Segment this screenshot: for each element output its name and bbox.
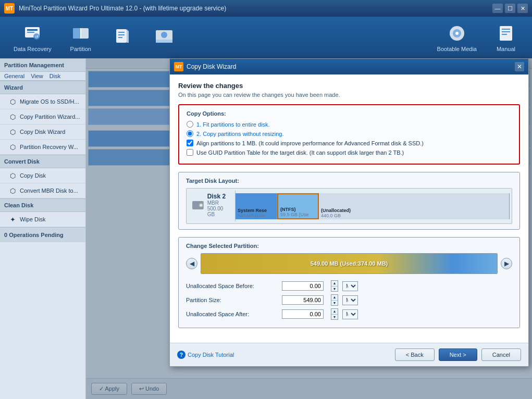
toolbar-migrate[interactable] xyxy=(143,23,185,52)
toolbar-manual-label: Manual xyxy=(497,46,515,52)
sidebar-item-partition-recovery[interactable]: ⬡ Partition Recovery W... xyxy=(0,140,85,155)
close-button[interactable]: ✕ xyxy=(517,4,528,13)
unalloc-after-up[interactable]: ▲ xyxy=(331,309,338,315)
radio-fit-partitions-input[interactable] xyxy=(187,121,193,128)
migrate-icon xyxy=(154,26,175,47)
partition-unalloc-label: (Unallocated) xyxy=(321,208,351,213)
main-toolbar: ↺ Data Recovery Partition xyxy=(0,17,532,58)
radio-copy-no-resize-input[interactable] xyxy=(187,130,193,137)
unalloc-before-down[interactable]: ▼ xyxy=(331,286,338,292)
unalloc-before-unit[interactable]: MBGB xyxy=(342,281,358,291)
partition-size-unit[interactable]: MBGB xyxy=(342,295,358,305)
target-disk-box: Target Disk Layout: xyxy=(178,172,520,230)
svg-rect-14 xyxy=(156,40,172,43)
wipe-disk-icon: ✦ xyxy=(8,215,17,223)
sidebar-item-copy-disk-2[interactable]: ⬡ Copy Disk xyxy=(0,168,85,183)
partition-system-label: System Rese xyxy=(238,208,267,213)
sidebar-clean-disk-header: Clean Disk xyxy=(0,198,85,212)
unalloc-after-down[interactable]: ▼ xyxy=(331,315,338,320)
sidebar-wizard-header: Wizard xyxy=(0,81,85,94)
manual-icon xyxy=(496,23,516,44)
radio-fit-partitions: 1. Fit partitions to entire disk. xyxy=(187,121,512,128)
unalloc-after-input[interactable] xyxy=(282,309,324,319)
slider-right-arrow[interactable]: ▶ xyxy=(501,258,512,269)
sidebar-item-copy-partition[interactable]: ⬡ Copy Partition Wizard... xyxy=(0,109,85,124)
data-recovery-icon: ↺ xyxy=(22,23,43,44)
partition-size-input[interactable] xyxy=(282,295,324,305)
change-partition-legend: Change Selected Partition: xyxy=(186,243,512,249)
bootable-media-icon xyxy=(447,23,467,44)
migrate-os-icon: ⬡ xyxy=(8,97,17,106)
checkbox-align-1mb-input[interactable] xyxy=(187,140,193,146)
cancel-button[interactable]: Cancel xyxy=(481,348,521,361)
partition-size-down[interactable]: ▼ xyxy=(331,301,338,306)
svg-rect-8 xyxy=(116,29,127,43)
disk-drive-icon xyxy=(192,200,204,210)
partition-icon xyxy=(70,23,91,44)
app-title: MiniTool Partition Wizard Pro Ultimate 1… xyxy=(19,5,492,12)
partition-block-unalloc[interactable]: (Unallocated) 440.0 GB xyxy=(319,193,510,219)
unalloc-before-input[interactable] xyxy=(282,281,324,291)
sidebar-partition-management-header: Partition Management xyxy=(0,58,85,72)
dialog-body: Review the changes On this page you can … xyxy=(170,74,528,343)
slider-left-arrow[interactable]: ◀ xyxy=(186,258,197,269)
sidebar: Partition Management General View Disk W… xyxy=(0,58,86,399)
svg-marker-9 xyxy=(127,29,129,43)
help-icon: ? xyxy=(177,351,185,359)
disk-partitions: System Rese 549 MB (Use (NTFS) 59.5 GB (… xyxy=(236,193,510,219)
radio-fit-partitions-label[interactable]: 1. Fit partitions to entire disk. xyxy=(196,121,270,128)
unalloc-before-up[interactable]: ▲ xyxy=(331,281,338,286)
partition-bar[interactable]: 549.00 MB (Used:374.00 MB) xyxy=(201,253,498,274)
sidebar-subnav-view[interactable]: View xyxy=(31,73,43,79)
toolbar-format[interactable] xyxy=(102,23,143,52)
svg-rect-2 xyxy=(27,32,34,33)
maximize-button[interactable]: ☐ xyxy=(505,4,515,13)
unalloc-before-label: Unallocated Space Before: xyxy=(186,283,280,289)
sidebar-item-copy-disk[interactable]: ⬡ Copy Disk Wizard xyxy=(0,124,85,140)
toolbar-partition[interactable]: Partition xyxy=(60,20,102,55)
sidebar-item-migrate-os-label: Migrate OS to SSD/H... xyxy=(20,98,79,105)
toolbar-data-recovery-label: Data Recovery xyxy=(14,46,52,52)
toolbar-bootable-media[interactable]: Bootable Media xyxy=(429,20,485,55)
back-button[interactable]: < Back xyxy=(395,348,435,361)
svg-point-25 xyxy=(200,204,202,206)
unalloc-after-unit[interactable]: MBGB xyxy=(342,309,358,319)
help-link-label: Copy Disk Tutorial xyxy=(188,352,234,358)
sidebar-subnav-general[interactable]: General xyxy=(4,73,24,79)
dialog-overlay: MT Copy Disk Wizard ✕ Review the changes… xyxy=(86,58,532,399)
partition-block-ntfs[interactable]: (NTFS) 59.5 GB (Use xyxy=(277,193,319,219)
checkbox-use-guid-input[interactable] xyxy=(187,149,193,156)
svg-rect-1 xyxy=(27,29,38,31)
sidebar-item-wipe-disk[interactable]: ✦ Wipe Disk xyxy=(0,212,85,227)
titlebar: MT MiniTool Partition Wizard Pro Ultimat… xyxy=(0,0,532,17)
checkbox-align-1mb-label: Align partitions to 1 MB. (It could impr… xyxy=(196,140,424,146)
partition-ntfs-size: 59.5 GB (Use xyxy=(280,212,309,217)
sidebar-subnav-disk[interactable]: Disk xyxy=(50,73,60,79)
window-controls: — ☐ ✕ xyxy=(492,4,528,13)
partition-system-size: 549 MB (Use xyxy=(238,213,265,218)
operations-pending-label: 0 Operations Pending xyxy=(4,232,64,238)
target-disk-legend: Target Disk Layout: xyxy=(186,178,512,184)
sidebar-convert-disk-header: Convert Disk xyxy=(0,155,85,168)
dialog-review-subtitle: On this page you can review the changes … xyxy=(178,92,520,98)
partition-size-label: Partition Size: xyxy=(186,297,280,303)
next-button[interactable]: Next > xyxy=(439,348,477,361)
dialog-review-title: Review the changes xyxy=(178,82,520,90)
partition-block-system[interactable]: System Rese 549 MB (Use xyxy=(236,193,277,219)
radio-copy-no-resize-label[interactable]: 2. Copy partitions without resizing. xyxy=(196,131,284,137)
unalloc-after-label: Unallocated Space After: xyxy=(186,311,280,317)
app-logo: MT xyxy=(4,3,15,14)
dialog-footer: ? Copy Disk Tutorial < Back Next > Cance… xyxy=(170,343,528,366)
sidebar-sub-nav: General View Disk xyxy=(0,72,85,81)
partition-size-up[interactable]: ▲ xyxy=(331,295,338,301)
toolbar-manual[interactable]: Manual xyxy=(485,20,527,55)
toolbar-data-recovery[interactable]: ↺ Data Recovery xyxy=(5,20,60,55)
help-link[interactable]: ? Copy Disk Tutorial xyxy=(177,351,395,359)
toolbar-partition-label: Partition xyxy=(70,46,91,52)
dialog-close-button[interactable]: ✕ xyxy=(515,62,524,71)
main-content: Type Primary xyxy=(86,58,532,399)
minimize-button[interactable]: — xyxy=(492,4,503,13)
sidebar-item-convert-mbr[interactable]: ⬡ Convert MBR Disk to... xyxy=(0,183,85,198)
svg-rect-19 xyxy=(500,26,512,41)
sidebar-item-migrate-os[interactable]: ⬡ Migrate OS to SSD/H... xyxy=(0,94,85,109)
